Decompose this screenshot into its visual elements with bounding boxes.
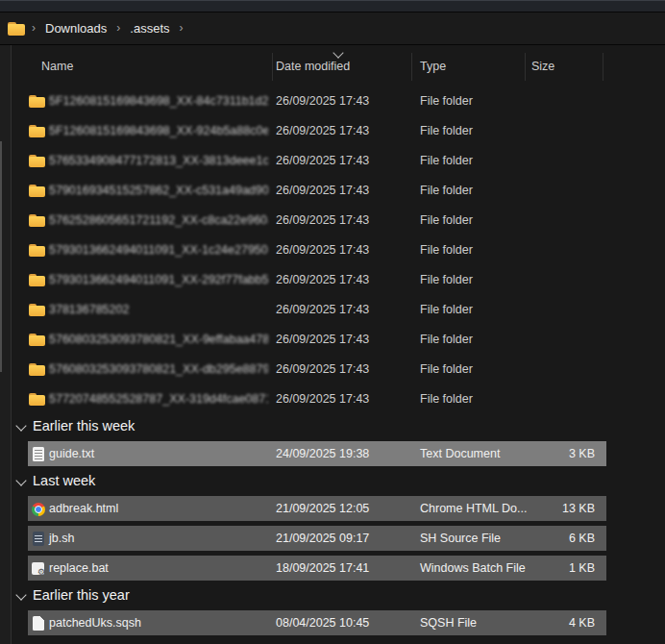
date-modified: 26/09/2025 17:43: [276, 303, 369, 316]
address-bar[interactable]: › Downloads › .assets ›: [0, 12, 665, 45]
chrome-icon: [32, 503, 45, 516]
breadcrumb-chevron-icon: ›: [32, 22, 36, 34]
file-name: adbreak.html: [49, 502, 118, 515]
folder-icon: [29, 155, 45, 167]
batch-file-icon: [32, 562, 44, 575]
file-type: Text Document: [420, 447, 500, 460]
date-modified: 26/09/2025 17:43: [276, 392, 369, 406]
nav-scrollbar-thumb[interactable]: [0, 141, 2, 372]
date-modified: 26/09/2025 17:43: [276, 154, 369, 167]
file-size: 4 KB: [531, 616, 595, 630]
date-modified: 08/04/2025 10:45: [276, 616, 369, 630]
date-modified: 26/09/2025 17:43: [276, 273, 369, 286]
date-modified: 26/09/2025 17:43: [276, 213, 369, 227]
date-modified: 26/09/2025 17:43: [276, 184, 369, 197]
folder-icon: [29, 244, 45, 257]
group-header-last-week[interactable]: Last week: [12, 469, 665, 494]
date-modified: 26/09/2025 17:43: [276, 243, 369, 257]
navigation-pane-edge: [0, 45, 12, 644]
column-header-date-modified[interactable]: Date modified: [276, 60, 350, 73]
date-modified: 24/09/2025 19:38: [276, 447, 369, 460]
folder-icon: [29, 304, 45, 316]
file-type: Windows Batch File: [420, 561, 526, 575]
file-row-replace-bat[interactable]: replace.bat 18/09/2025 17:41 Windows Bat…: [12, 554, 665, 583]
folder-name: 5765334908477172813_XX-3813deee1cfbd7...: [49, 154, 268, 167]
folder-icon: [29, 393, 45, 406]
file-row-adbreak-html[interactable]: adbreak.html 21/09/2025 12:05 Chrome HTM…: [12, 494, 665, 524]
date-modified: 21/09/2025 12:05: [276, 502, 369, 515]
file-size: 1 KB: [531, 561, 595, 575]
folder-row[interactable]: 579016934515257862_XX-c531a49ad903e1... …: [12, 176, 665, 206]
chevron-down-icon[interactable]: [15, 475, 26, 485]
file-name: replace.bat: [49, 561, 109, 575]
folder-name: 579016934515257862_XX-c531a49ad903e1...: [49, 184, 268, 197]
folder-icon: [29, 185, 45, 197]
date-modified: 26/09/2025 17:43: [276, 362, 369, 376]
folder-row[interactable]: 5760803253093780821_XX-db295e8879c9fc...…: [12, 355, 665, 384]
file-type: SH Source File: [420, 532, 501, 545]
file-type: File folder: [420, 273, 473, 286]
column-header-type[interactable]: Type: [420, 60, 446, 73]
group-label: Earlier this year: [33, 587, 130, 603]
chevron-down-icon[interactable]: [15, 589, 26, 600]
file-type: File folder: [420, 213, 473, 227]
folder-icon: [29, 363, 45, 376]
title-bar: [0, 0, 665, 12]
file-type: File folder: [420, 362, 473, 376]
folder-icon: [29, 214, 45, 227]
text-document-icon: [33, 447, 44, 461]
folder-name: 378136785202: [49, 303, 129, 316]
folder-name: 5F1260815169843698_XX-924b5a88c0e6d...: [49, 124, 268, 137]
folder-row[interactable]: 5793013662494011091_XX-1c24e279504304...…: [12, 235, 665, 265]
folder-row[interactable]: 5793013662494011091_XX-292f77fabb5e54...…: [12, 265, 665, 295]
folder-icon: [29, 125, 45, 137]
file-name: jb.sh: [49, 532, 74, 545]
breadcrumb-downloads[interactable]: Downloads: [42, 19, 110, 37]
file-type: File folder: [420, 392, 473, 406]
file-type: File folder: [420, 124, 473, 137]
column-divider[interactable]: [603, 53, 603, 81]
file-name: patchedUks.sqsh: [49, 616, 141, 630]
file-type: File folder: [420, 333, 473, 346]
breadcrumb-assets[interactable]: .assets: [127, 19, 172, 37]
folder-row[interactable]: 5765334908477172813_XX-3813deee1cfbd7...…: [12, 146, 665, 176]
column-divider[interactable]: [411, 53, 412, 81]
folder-name: 57720748552528787_XX-319d4fcae08713...: [49, 392, 268, 406]
group-header-earlier-this-week[interactable]: Earlier this week: [12, 414, 665, 439]
date-modified: 26/09/2025 17:43: [276, 94, 369, 108]
folder-row[interactable]: 5762528605651721192_XX-c8ca22e960a9fb...…: [12, 206, 665, 235]
column-header-name[interactable]: Name: [41, 60, 73, 73]
folder-icon: [29, 95, 45, 108]
details-view: Name Date modified Type Size 5F126081516…: [12, 45, 665, 644]
folder-row[interactable]: 5F1260815169843698_XX-84c7311b1d2ba... 2…: [12, 87, 665, 116]
folder-name: 5762528605651721192_XX-c8ca22e960a9fb...: [49, 213, 268, 227]
group-header-earlier-this-year[interactable]: Earlier this year: [12, 583, 665, 608]
chevron-down-icon[interactable]: [15, 420, 26, 431]
file-row-patcheduks-sqsh[interactable]: patchedUks.sqsh 08/04/2025 10:45 SQSH Fi…: [12, 608, 665, 638]
file-list-pane: Name Date modified Type Size 5F126081516…: [0, 45, 665, 644]
column-divider[interactable]: [272, 53, 273, 81]
folder-row[interactable]: 378136785202 26/09/2025 17:43 File folde…: [12, 295, 665, 325]
file-name: guide.txt: [49, 447, 94, 460]
sqsh-file-icon: [33, 616, 44, 631]
folder-row[interactable]: 57720748552528787_XX-319d4fcae08713... 2…: [12, 384, 665, 414]
folder-icon: [29, 334, 45, 346]
file-type: File folder: [420, 243, 473, 257]
breadcrumb-chevron-icon: ›: [116, 22, 120, 34]
folder-icon: [29, 274, 45, 286]
breadcrumb-chevron-icon: ›: [180, 22, 184, 34]
folder-row[interactable]: 5F1260815169843698_XX-924b5a88c0e6d... 2…: [12, 116, 665, 146]
date-modified: 26/09/2025 17:43: [276, 333, 369, 346]
date-modified: 21/09/2025 09:17: [276, 532, 369, 545]
folder-row[interactable]: 5760803253093780821_XX-9effabaa4782ea...…: [12, 325, 665, 355]
file-type: Chrome HTML Do...: [420, 502, 527, 515]
file-row-jb-sh[interactable]: jb.sh 21/09/2025 09:17 SH Source File 6 …: [12, 524, 665, 554]
file-row-guide-txt[interactable]: guide.txt 24/09/2025 19:38 Text Document…: [12, 439, 665, 469]
date-modified: 18/09/2025 17:41: [276, 561, 369, 575]
file-size: 3 KB: [531, 447, 595, 460]
column-divider[interactable]: [525, 53, 526, 81]
file-explorer-window: › Downloads › .assets › Name Date modifi…: [0, 0, 665, 644]
column-header-size[interactable]: Size: [531, 60, 554, 73]
folder-name: 5793013662494011091_XX-292f77fabb5e54...: [49, 273, 268, 286]
file-type: File folder: [420, 154, 473, 167]
